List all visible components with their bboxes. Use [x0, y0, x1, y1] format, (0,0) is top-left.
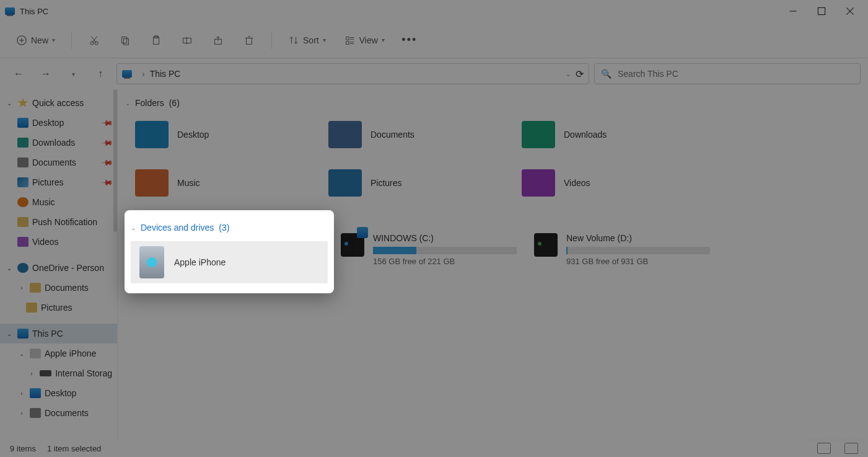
svg-rect-21: [346, 37, 349, 40]
sidebar-item-music[interactable]: Music: [0, 192, 117, 212]
chevron-down-icon[interactable]: ⌄: [5, 265, 14, 272]
search-box[interactable]: 🔍: [594, 63, 861, 84]
folder-tile[interactable]: Pictures: [323, 162, 509, 203]
breadcrumb-location[interactable]: This PC: [150, 69, 181, 79]
cut-button[interactable]: [82, 29, 107, 51]
sidebar-item-label: Music: [32, 197, 55, 207]
folder-label: Videos: [564, 178, 590, 188]
group-folders[interactable]: ⌄ Folders (6): [125, 94, 861, 112]
sidebar-item-documents[interactable]: Documents📌: [0, 153, 117, 172]
drive-free-text: 931 GB free of 931 GB: [566, 257, 710, 266]
recent-button[interactable]: ▾: [62, 63, 84, 85]
sidebar-item-internal[interactable]: ›Internal Storag: [0, 363, 117, 383]
sidebar-label: This PC: [32, 329, 63, 339]
chevron-right-icon[interactable]: ›: [17, 390, 26, 397]
sidebar-item-label: Documents: [45, 283, 89, 293]
chevron-right-icon[interactable]: ›: [27, 370, 36, 377]
chevron-right-icon[interactable]: ›: [17, 285, 26, 291]
refresh-button[interactable]: ⟳: [576, 68, 584, 80]
folder-tile[interactable]: Videos: [517, 162, 703, 203]
documents-icon: [30, 408, 41, 418]
documents-icon: [17, 158, 28, 167]
share-button[interactable]: [206, 29, 230, 51]
drive-tile[interactable]: New Volume (D:)931 GB free of 931 GB: [529, 229, 715, 270]
status-selection: 1 item selected: [47, 444, 101, 453]
address-row: ← → ▾ ↑ › This PC ⌄ ⟳ 🔍: [0, 58, 868, 89]
chevron-down-icon: ▾: [52, 37, 55, 43]
chevron-down-icon[interactable]: ⌄: [5, 331, 14, 337]
sidebar-item-videos[interactable]: Videos: [0, 232, 117, 252]
this-pc-icon: [122, 70, 132, 78]
up-button[interactable]: ↑: [89, 63, 112, 85]
rename-button[interactable]: [175, 29, 199, 51]
chevron-down-icon[interactable]: ⌄: [566, 71, 571, 78]
sidebar-item-label: Documents: [45, 408, 89, 418]
rename-icon: [182, 35, 193, 46]
view-button[interactable]: View ▾: [338, 29, 391, 51]
sidebar-item-desktop[interactable]: Desktop📌: [0, 113, 117, 133]
forward-button[interactable]: →: [35, 63, 57, 85]
svg-rect-11: [122, 37, 127, 43]
back-button[interactable]: ←: [7, 63, 30, 85]
close-button[interactable]: [836, 1, 864, 21]
tiles-view-button[interactable]: [844, 443, 858, 454]
sidebar-item-label: Videos: [32, 237, 59, 247]
chevron-down-icon[interactable]: ⌄: [17, 350, 26, 357]
downloads-icon: [17, 138, 28, 148]
music-icon: [17, 197, 28, 207]
sidebar-item-od-pictures[interactable]: Pictures: [0, 298, 117, 317]
sidebar-quick-access[interactable]: ⌄ Quick access: [0, 93, 117, 113]
breadcrumb-sep: ›: [142, 69, 145, 79]
sidebar-item-desktop2[interactable]: ›Desktop: [0, 383, 117, 403]
sidebar-this-pc[interactable]: ⌄ This PC: [0, 324, 117, 344]
sidebar-item-iphone[interactable]: ⌄Apple iPhone: [0, 344, 117, 363]
pin-icon: 📌: [101, 156, 114, 169]
address-bar[interactable]: › This PC ⌄ ⟳: [116, 63, 589, 84]
group-label: Folders: [135, 98, 164, 108]
maximize-button[interactable]: [807, 1, 836, 21]
folder-tile[interactable]: Documents: [323, 114, 509, 155]
drive-icon: [534, 233, 558, 257]
new-button[interactable]: New ▾: [10, 29, 61, 51]
sidebar-item-documents2[interactable]: ›Documents: [0, 403, 117, 423]
drive-tile[interactable]: WINDOWS (C:)156 GB free of 221 GB: [336, 229, 522, 270]
paste-button[interactable]: [144, 29, 169, 51]
delete-icon: [243, 35, 255, 46]
group-count: (3): [219, 223, 229, 233]
device-apple-iphone[interactable]: Apple iPhone: [131, 241, 328, 283]
folder-tile[interactable]: Desktop: [130, 114, 316, 155]
sidebar-scrollbar[interactable]: [113, 89, 117, 232]
this-pc-icon: [17, 329, 28, 339]
sort-button[interactable]: Sort ▾: [282, 29, 332, 51]
svg-rect-18: [247, 38, 252, 44]
details-view-button[interactable]: [817, 443, 831, 454]
sidebar-item-label: Apple iPhone: [45, 348, 96, 358]
pin-icon: 📌: [101, 117, 114, 130]
folder-tile[interactable]: Downloads: [517, 114, 703, 155]
folder-tile[interactable]: Music: [130, 162, 316, 203]
chevron-down-icon[interactable]: ⌄: [131, 224, 136, 231]
sidebar-onedrive[interactable]: ⌄ OneDrive - Person: [0, 258, 117, 278]
drive-usage-bar: [373, 247, 517, 254]
sidebar: ⌄ Quick access Desktop📌 Downloads📌 Docum…: [0, 89, 118, 440]
search-input[interactable]: [618, 69, 854, 79]
paste-icon: [151, 35, 162, 46]
delete-button[interactable]: [237, 29, 261, 51]
svg-line-9: [92, 36, 97, 43]
copy-button[interactable]: [113, 29, 138, 51]
drive-icon: [341, 233, 364, 257]
chevron-down-icon[interactable]: ⌄: [5, 100, 14, 107]
group-devices[interactable]: ⌄ Devices and drives (3): [131, 219, 328, 236]
drive-name: WINDOWS (C:): [373, 233, 517, 243]
sidebar-item-downloads[interactable]: Downloads📌: [0, 133, 117, 153]
copy-icon: [120, 35, 131, 46]
chevron-right-icon[interactable]: ›: [17, 410, 26, 417]
watermark: www.deuaq.com: [810, 437, 863, 443]
sidebar-item-push[interactable]: Push Notification: [0, 212, 117, 232]
sidebar-item-pictures[interactable]: Pictures📌: [0, 172, 117, 192]
chevron-down-icon[interactable]: ⌄: [125, 100, 130, 107]
svg-rect-1: [818, 7, 825, 14]
minimize-button[interactable]: [779, 1, 807, 21]
sidebar-item-od-documents[interactable]: ›Documents: [0, 278, 117, 298]
more-button[interactable]: •••: [397, 29, 422, 51]
